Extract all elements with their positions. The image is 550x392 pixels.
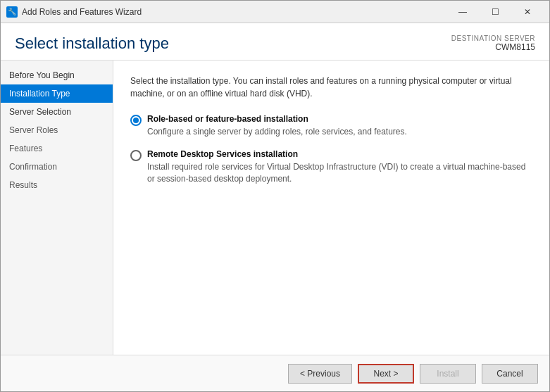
next-button[interactable]: Next > bbox=[358, 364, 414, 384]
sidebar-item-server-roles: Server Roles bbox=[1, 121, 113, 139]
option-role-based: Role-based or feature-based installation… bbox=[130, 114, 532, 138]
sidebar-item-server-selection[interactable]: Server Selection bbox=[1, 103, 113, 121]
sidebar: Before You Begin Installation Type Serve… bbox=[1, 61, 113, 355]
title-bar-text: Add Roles and Features Wizard bbox=[22, 7, 446, 17]
installation-options: Role-based or feature-based installation… bbox=[130, 114, 532, 184]
radio-remote-desktop[interactable] bbox=[130, 150, 142, 161]
option-role-based-title: Role-based or feature-based installation bbox=[147, 114, 407, 124]
title-bar: 🔧 Add Roles and Features Wizard — ☐ ✕ bbox=[1, 1, 549, 23]
intro-text: Select the installation type. You can in… bbox=[130, 75, 532, 100]
destination-server-label: DESTINATION SERVER bbox=[451, 34, 535, 42]
minimize-button[interactable]: — bbox=[446, 1, 479, 23]
option-role-based-desc: Configure a single server by adding role… bbox=[147, 126, 407, 138]
footer: < Previous Next > Install Cancel bbox=[1, 355, 549, 391]
sidebar-item-confirmation: Confirmation bbox=[1, 158, 113, 176]
option-remote-desktop-content: Remote Desktop Services installation Ins… bbox=[147, 149, 532, 185]
content-area: Select installation type DESTINATION SER… bbox=[1, 23, 549, 391]
option-remote-desktop-title: Remote Desktop Services installation bbox=[147, 149, 532, 159]
sidebar-item-installation-type[interactable]: Installation Type bbox=[1, 84, 113, 103]
sidebar-item-results: Results bbox=[1, 176, 113, 194]
server-name: CWM8115 bbox=[451, 42, 535, 52]
main-area: Before You Begin Installation Type Serve… bbox=[1, 61, 549, 355]
sidebar-item-features: Features bbox=[1, 139, 113, 158]
radio-role-based[interactable] bbox=[130, 115, 142, 126]
cancel-button[interactable]: Cancel bbox=[482, 364, 538, 384]
sidebar-item-before-you-begin[interactable]: Before You Begin bbox=[1, 66, 113, 84]
option-role-based-content: Role-based or feature-based installation… bbox=[147, 114, 407, 138]
wizard-window: 🔧 Add Roles and Features Wizard — ☐ ✕ Se… bbox=[0, 0, 550, 392]
option-remote-desktop: Remote Desktop Services installation Ins… bbox=[130, 149, 532, 185]
previous-button[interactable]: < Previous bbox=[288, 364, 352, 384]
destination-server-info: DESTINATION SERVER CWM8115 bbox=[451, 34, 535, 52]
install-button[interactable]: Install bbox=[420, 364, 476, 384]
page-title: Select installation type bbox=[15, 34, 169, 53]
main-content: Select the installation type. You can in… bbox=[113, 61, 549, 355]
option-remote-desktop-desc: Install required role services for Virtu… bbox=[147, 161, 532, 185]
page-header: Select installation type DESTINATION SER… bbox=[1, 23, 549, 61]
maximize-button[interactable]: ☐ bbox=[479, 1, 511, 23]
app-icon: 🔧 bbox=[6, 6, 18, 18]
close-button[interactable]: ✕ bbox=[511, 1, 544, 23]
window-controls: — ☐ ✕ bbox=[446, 1, 544, 23]
